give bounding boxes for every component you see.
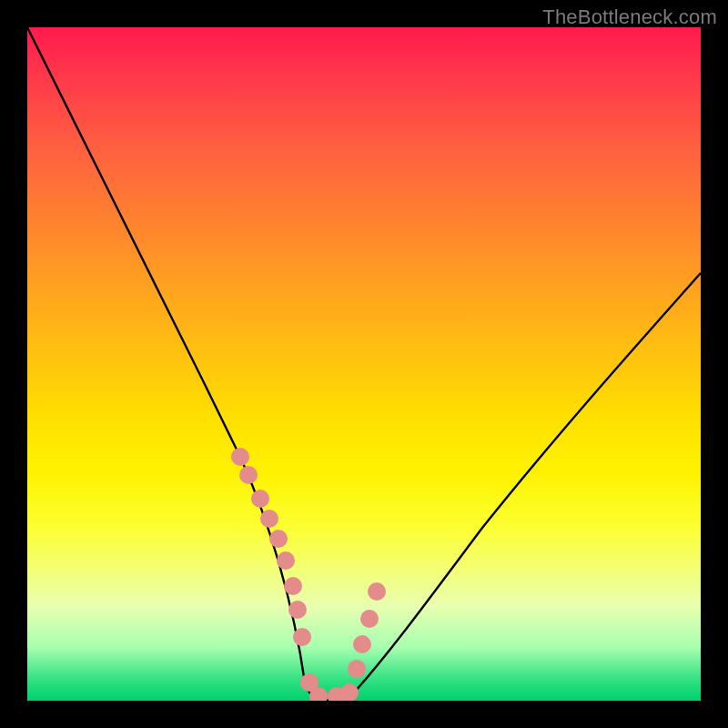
svg-point-3 [260, 510, 278, 528]
svg-point-8 [293, 628, 311, 646]
svg-point-12 [340, 683, 359, 701]
svg-point-0 [231, 448, 249, 466]
svg-point-13 [348, 660, 366, 678]
svg-point-5 [277, 551, 295, 570]
bottleneck-curve [27, 27, 701, 701]
plot-area [27, 27, 701, 701]
svg-point-1 [239, 466, 258, 484]
highlight-dots [231, 448, 386, 701]
svg-point-4 [269, 530, 288, 548]
svg-point-7 [288, 601, 307, 619]
watermark-text: TheBottleneck.com [542, 5, 717, 29]
svg-point-6 [284, 577, 302, 595]
svg-point-2 [251, 490, 269, 508]
curve-layer [27, 27, 701, 701]
chart-frame: TheBottleneck.com [0, 0, 728, 728]
svg-point-16 [368, 582, 386, 601]
svg-point-15 [360, 610, 379, 628]
svg-point-14 [353, 635, 371, 653]
